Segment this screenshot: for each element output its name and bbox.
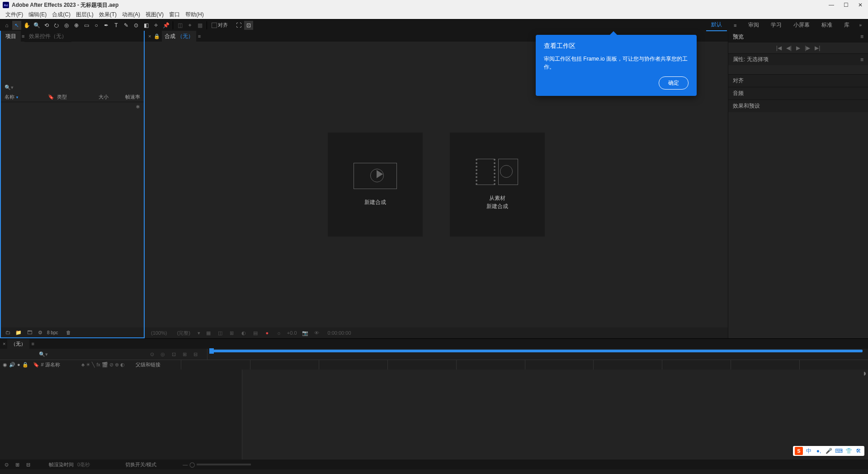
roto-tool-icon[interactable]: ✧ [151,21,160,30]
orbit-tool-icon[interactable]: ⟲ [42,21,51,30]
effects-presets-panel-header[interactable]: 效果和预设 [728,100,868,112]
camera-tool-icon[interactable]: ◎ [62,21,71,30]
interpret-icon[interactable]: 🗀 [4,330,12,335]
project-tree[interactable]: ⚛ [1,102,144,327]
tl-btn5-icon[interactable]: ⊟ [192,351,199,357]
rect-tool-icon[interactable]: ▭ [82,21,91,30]
new-comp-icon[interactable]: 🗔 [25,330,33,335]
parent-col[interactable]: 父级和链接 [136,361,181,368]
solo-icon[interactable]: ● [17,362,20,368]
new-composition-card[interactable]: 新建合成 [328,133,423,237]
col-type[interactable]: 类型 [57,94,89,100]
switch-mode-button[interactable]: 切换开关/模式 [125,461,156,468]
zoom-value[interactable]: (100%) [148,330,170,336]
minimize-button[interactable]: — [828,2,835,8]
properties-menu-icon[interactable]: ≡ [860,57,863,63]
col-name[interactable]: 名称 [5,94,14,100]
hand-tool-icon[interactable]: ✋ [22,21,31,30]
grid-icon[interactable]: ▦ [205,330,212,336]
preview-panel-header[interactable]: 预览 ≡ [728,31,868,43]
workspace-small[interactable]: 小屏幕 [788,19,815,31]
next-frame-icon[interactable]: |▶ [805,45,810,51]
timeline-tab[interactable]: （无） [7,339,29,349]
lock-icon[interactable]: 🔒 [22,362,28,368]
workspace-review[interactable]: 审阅 [743,19,764,31]
text-tool-icon[interactable]: T [112,21,121,30]
expand-icon[interactable]: ⛶ [234,21,243,30]
selection-tool-icon[interactable]: ↖ [12,21,21,30]
channel-icon[interactable]: ◐ [240,330,247,336]
workspace-menu-icon[interactable]: ≡ [729,21,741,30]
play-icon[interactable]: ▶ [796,45,800,51]
panbehind-tool-icon[interactable]: ⊕ [72,21,81,30]
tl-btn3-icon[interactable]: ⊡ [170,351,177,357]
trash-icon[interactable]: 🗑 [64,330,72,335]
menu-effect[interactable]: 效果(T) [96,10,119,19]
ime-voice-icon[interactable]: 🎤 [825,447,833,455]
comp-tab[interactable]: 合成 （无） [162,31,196,42]
speaker-icon[interactable]: 🔊 [9,362,15,368]
tl-toggle3-icon[interactable]: ⊟ [24,462,32,468]
exposure-value[interactable]: +0.0 [287,330,297,336]
workspace-standard[interactable]: 标准 [816,19,837,31]
source-name-col[interactable]: 源名称 [45,361,81,368]
comp-close-icon[interactable]: × [148,33,151,39]
search-toolbar-icon[interactable]: ⊡ [244,21,253,30]
region-icon[interactable]: ● [264,330,271,336]
tl-toggle2-icon[interactable]: ⊞ [14,462,21,468]
ime-tool-icon[interactable]: 🛠 [854,447,863,455]
menu-file[interactable]: 文件(F) [3,10,26,19]
menu-window[interactable]: 窗口 [166,10,183,19]
maximize-button[interactable]: ☐ [843,2,849,8]
resolution-value[interactable]: (完整) [174,330,193,337]
new-folder-icon[interactable]: 📁 [14,330,23,336]
prev-frame-icon[interactable]: ◀| [786,45,792,51]
project-search[interactable]: 🔍▾ [1,82,144,92]
col-size[interactable]: 大小 [89,94,108,100]
preview-menu-icon[interactable]: ≡ [860,33,863,40]
effect-controls-tab[interactable]: 效果控件（无） [24,31,71,42]
exposure-icon[interactable]: ☼ [275,330,283,336]
new-from-footage-card[interactable]: 从素材 新建合成 [450,133,545,237]
tl-btn2-icon[interactable]: ◎ [159,351,166,357]
project-tab[interactable]: 项目 [1,31,21,42]
menu-edit[interactable]: 编辑(E) [26,10,49,19]
snapshot-icon[interactable]: 📷 [302,330,309,336]
audio-panel-header[interactable]: 音频 [728,87,868,100]
menu-animation[interactable]: 动画(A) [119,10,143,19]
zoom-handle-icon[interactable]: ◯ [189,462,195,468]
ime-punct-icon[interactable]: ●, [815,447,823,455]
timeline-search[interactable]: 🔍▾ [36,351,145,357]
workspace-library[interactable]: 库 [839,19,854,31]
eye-icon[interactable]: ◉ [3,362,7,368]
home-tool-icon[interactable]: ⌂ [2,21,11,30]
last-frame-icon[interactable]: ▶| [815,45,820,51]
clone-tool-icon[interactable]: ⊙ [132,21,141,30]
playhead-icon[interactable] [209,348,214,354]
comp-tab-menu-icon[interactable]: ≡ [198,33,201,39]
ime-skin-icon[interactable]: 👕 [844,447,853,455]
timeline-menu-icon[interactable]: ≡ [31,341,34,346]
ime-keyboard-icon[interactable]: ⌨ [835,447,843,455]
sogou-logo-icon[interactable]: S [795,447,803,455]
bpc-label[interactable]: 8 bpc [47,330,58,335]
align-panel-header[interactable]: 对齐 [728,74,868,87]
tl-btn1-icon[interactable]: ⊙ [148,351,156,357]
marker-icon[interactable]: ◗ [863,370,866,376]
puppet-tool-icon[interactable]: 📌 [161,21,170,30]
workspace-overflow-icon[interactable]: » [856,23,864,28]
zoom-out-icon[interactable]: — [183,462,188,467]
comp-lock-icon[interactable]: 🔒 [154,33,160,39]
tl-toggle1-icon[interactable]: ⊙ [3,462,10,468]
workspace-default[interactable]: 默认 [706,19,727,31]
rotate-tool-icon[interactable]: ⭮ [52,21,61,30]
align-checkbox[interactable] [212,23,217,28]
snap-tool-icon[interactable]: ◫ [175,21,184,30]
first-frame-icon[interactable]: |◀ [776,45,782,51]
pen-tool-icon[interactable]: ✒ [102,21,111,30]
flowchart-icon[interactable]: ⚛ [136,104,140,110]
timeline-tracks[interactable]: ◗ [242,370,868,460]
menu-composition[interactable]: 合成(C) [49,10,73,19]
ellipse-tool-icon[interactable]: ○ [92,21,101,30]
transparency-icon[interactable]: ▤ [252,330,259,336]
